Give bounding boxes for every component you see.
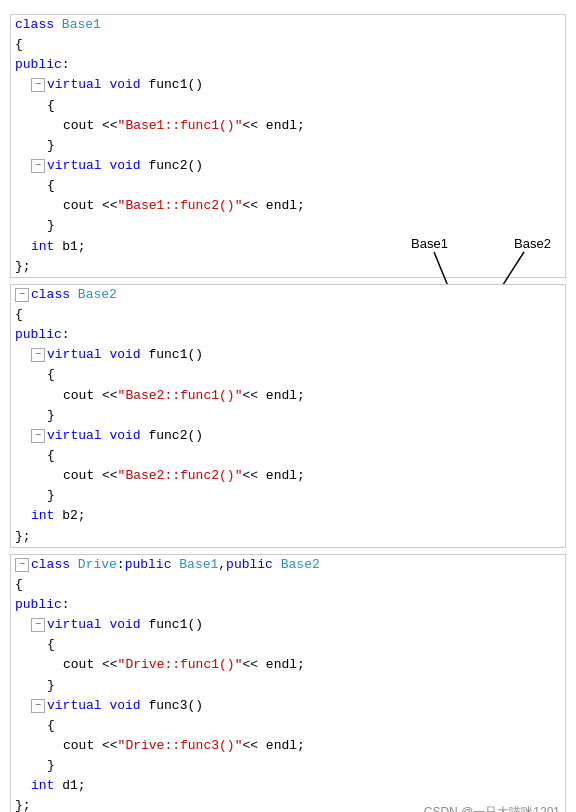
fold-button[interactable]: − xyxy=(15,288,29,302)
code-line: public: xyxy=(11,325,565,345)
code-line: { xyxy=(11,635,565,655)
drive-block: − class Drive : public Base1, public Bas… xyxy=(10,554,566,812)
watermark: CSDN @一只大喵咪1201 xyxy=(424,804,560,812)
fold-button[interactable]: − xyxy=(31,159,45,173)
fold-button[interactable]: − xyxy=(31,348,45,362)
code-line: − virtual void func3() xyxy=(11,696,565,716)
code-line: } xyxy=(11,486,565,506)
code-line: public: xyxy=(11,55,565,75)
code-line: { xyxy=(11,716,565,736)
fold-button[interactable]: − xyxy=(31,429,45,443)
code-line: int b2; xyxy=(11,506,565,526)
code-line: } xyxy=(11,136,565,156)
code-line: cout << "Drive::func3()" << endl; xyxy=(11,736,565,756)
code-line: { xyxy=(11,446,565,466)
code-line: } xyxy=(11,676,565,696)
code-line: − virtual void func1() xyxy=(11,615,565,635)
code-line: int d1; xyxy=(11,776,565,796)
code-line: { xyxy=(11,35,565,55)
code-line: − virtual void func2() xyxy=(11,426,565,446)
base2-block: − class Base2 { public: − virtual void f… xyxy=(10,284,566,548)
base1-label: Base1 xyxy=(411,236,448,251)
code-line: cout << "Base2::func2()" << endl; xyxy=(11,466,565,486)
code-line: cout << "Drive::func1()" << endl; xyxy=(11,655,565,675)
code-line: { xyxy=(11,305,565,325)
code-line: { xyxy=(11,365,565,385)
fold-button[interactable]: − xyxy=(31,699,45,713)
code-line: { xyxy=(11,176,565,196)
code-line: − class Drive : public Base1, public Bas… xyxy=(11,555,565,575)
code-line: − virtual void func1() xyxy=(11,345,565,365)
fold-button[interactable]: − xyxy=(15,558,29,572)
code-line: public: xyxy=(11,595,565,615)
code-line: } xyxy=(11,756,565,776)
keyword: class xyxy=(15,15,54,35)
code-line: class Base1 xyxy=(11,15,565,35)
code-line: − virtual void func2() xyxy=(11,156,565,176)
code-line: } xyxy=(11,406,565,426)
classname: Base1 xyxy=(62,15,101,35)
fold-button[interactable]: − xyxy=(31,78,45,92)
code-line: }; xyxy=(11,527,565,547)
code-line: cout << "Base1::func2()" << endl; xyxy=(11,196,565,216)
code-line: − class Base2 xyxy=(11,285,565,305)
base2-label: Base2 xyxy=(514,236,551,251)
code-line: − virtual void func1() xyxy=(11,75,565,95)
code-line: cout << "Base1::func1()" << endl; xyxy=(11,116,565,136)
code-line: { xyxy=(11,96,565,116)
code-line: { xyxy=(11,575,565,595)
code-area: class Base1 { public: − virtual void fun… xyxy=(0,0,576,812)
fold-button[interactable]: − xyxy=(31,618,45,632)
code-line: cout << "Base2::func1()" << endl; xyxy=(11,386,565,406)
